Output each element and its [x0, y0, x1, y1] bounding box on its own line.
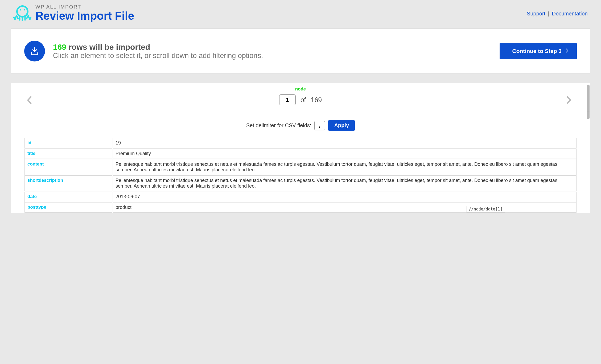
field-key[interactable]: shortdescription [24, 175, 112, 191]
app-logo-icon [13, 4, 31, 23]
prev-record-button[interactable] [24, 93, 35, 108]
field-key[interactable]: posttype [24, 202, 112, 213]
continue-button[interactable]: Continue to Step 3 [500, 43, 577, 59]
field-key[interactable]: date [24, 192, 112, 202]
next-record-button[interactable] [563, 93, 574, 108]
field-key[interactable]: content [24, 159, 112, 175]
delimiter-label: Set delimiter for CSV fields: [246, 122, 311, 129]
link-separator: | [548, 11, 549, 16]
table-row[interactable]: contentPellentesque habitant morbi trist… [24, 159, 577, 175]
pager-of-label: of [300, 96, 306, 104]
table-row[interactable]: id19 [24, 138, 577, 148]
delimiter-input[interactable] [314, 121, 325, 130]
brand-text: WP ALL IMPORT [35, 4, 134, 10]
page-number-input[interactable] [279, 94, 296, 105]
field-key[interactable]: title [24, 148, 112, 159]
table-row[interactable]: shortdescriptionPellentesque habitant mo… [24, 175, 577, 191]
field-value[interactable]: Pellentesque habitant morbi tristique se… [113, 175, 577, 191]
documentation-link[interactable]: Documentation [552, 11, 588, 16]
field-value[interactable]: 19 [113, 138, 577, 148]
support-link[interactable]: Support [527, 11, 545, 16]
field-value[interactable]: Premium Quality [113, 148, 577, 159]
page-title: Review Import File [35, 10, 134, 22]
apply-button[interactable]: Apply [328, 120, 355, 131]
summary-panel: 169 rows will be imported Click an eleme… [11, 28, 590, 74]
svg-point-1 [20, 9, 21, 11]
svg-point-0 [17, 6, 28, 17]
continue-button-label: Continue to Step 3 [512, 48, 562, 54]
node-label: node [279, 86, 322, 92]
field-table: id19titlePremium QualitycontentPellentes… [24, 138, 577, 213]
row-count-suffix: rows will be imported [68, 43, 150, 51]
preview-panel: node of 169 Set delimiter for CSV fields… [11, 83, 590, 213]
field-value[interactable]: Pellentesque habitant morbi tristique se… [113, 159, 577, 175]
row-count-text: 169 rows will be imported [53, 43, 263, 52]
import-icon [24, 41, 45, 61]
pager-total: 169 [311, 96, 322, 104]
field-key[interactable]: id [24, 138, 112, 148]
xpath-tooltip: //node/date[1] [467, 206, 505, 212]
summary-subtext: Click an element to select it, or scroll… [53, 52, 263, 60]
svg-point-2 [24, 9, 25, 11]
header-links: Support | Documentation [527, 11, 588, 17]
table-row[interactable]: titlePremium Quality [24, 148, 577, 159]
chevron-right-icon [566, 48, 569, 54]
table-row[interactable]: date2013-06-07 [24, 192, 577, 202]
field-value[interactable]: product [113, 202, 577, 213]
field-value[interactable]: 2013-06-07 [113, 192, 577, 202]
row-count-number: 169 [53, 43, 66, 51]
